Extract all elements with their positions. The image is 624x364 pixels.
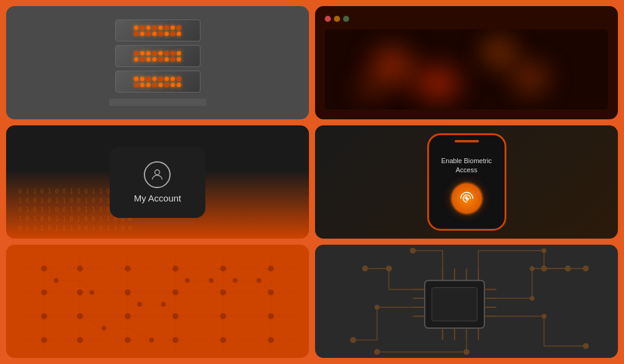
svg-point-74 bbox=[374, 349, 380, 355]
account-icon bbox=[144, 161, 171, 188]
account-card-inner: My Account bbox=[110, 147, 206, 218]
svg-point-41 bbox=[101, 326, 106, 331]
svg-point-78 bbox=[542, 248, 547, 253]
svg-point-72 bbox=[541, 265, 547, 271]
svg-point-66 bbox=[386, 265, 392, 271]
svg-point-67 bbox=[375, 305, 380, 310]
svg-point-13 bbox=[77, 265, 83, 271]
biometric-card: Enable Biometric Access bbox=[315, 125, 618, 239]
svg-point-77 bbox=[542, 314, 547, 319]
browser-bar bbox=[325, 16, 608, 22]
svg-point-17 bbox=[268, 265, 274, 271]
svg-point-31 bbox=[77, 337, 83, 343]
svg-point-76 bbox=[530, 296, 534, 301]
svg-point-22 bbox=[220, 289, 226, 295]
server-unit-1 bbox=[115, 19, 200, 41]
svg-point-18 bbox=[41, 289, 48, 295]
svg-point-75 bbox=[530, 266, 534, 271]
heat-blob-2 bbox=[481, 37, 517, 68]
svg-point-71 bbox=[410, 248, 416, 254]
browser-dot-red bbox=[325, 16, 331, 22]
browser-dot-green bbox=[343, 16, 349, 22]
svg-point-35 bbox=[268, 337, 274, 343]
server-card bbox=[6, 6, 309, 119]
svg-point-28 bbox=[220, 313, 226, 320]
svg-point-64 bbox=[362, 265, 368, 271]
server-rack bbox=[109, 19, 207, 106]
heat-blob-4 bbox=[509, 61, 551, 95]
svg-point-45 bbox=[257, 278, 261, 283]
server-unit-3 bbox=[115, 71, 200, 93]
svg-point-19 bbox=[77, 289, 83, 295]
svg-point-33 bbox=[172, 337, 179, 343]
svg-point-21 bbox=[172, 289, 179, 295]
svg-point-36 bbox=[54, 278, 58, 283]
heatmap-area bbox=[325, 29, 608, 110]
svg-point-65 bbox=[350, 337, 356, 343]
svg-point-1 bbox=[466, 198, 467, 199]
svg-point-37 bbox=[90, 290, 94, 295]
svg-point-40 bbox=[149, 338, 154, 343]
binary-row-5: 0 0 1 1 0 1 0 1 0 0 1 0 1 1 0 0 bbox=[18, 225, 297, 231]
svg-point-15 bbox=[172, 265, 179, 271]
svg-point-68 bbox=[565, 265, 571, 271]
svg-point-26 bbox=[125, 313, 131, 320]
browser-dot-yellow bbox=[334, 16, 340, 22]
svg-point-32 bbox=[125, 337, 131, 343]
svg-point-14 bbox=[125, 265, 131, 271]
svg-point-20 bbox=[125, 289, 131, 295]
svg-point-43 bbox=[209, 278, 214, 283]
fingerprint-button[interactable] bbox=[452, 183, 482, 214]
circuit-orange-card bbox=[6, 245, 309, 358]
svg-point-38 bbox=[137, 302, 142, 307]
svg-point-0 bbox=[155, 170, 160, 175]
account-label: My Account bbox=[134, 193, 182, 203]
circuit-orange-svg bbox=[6, 245, 309, 358]
svg-point-70 bbox=[583, 343, 589, 349]
svg-point-12 bbox=[41, 265, 48, 271]
heatmap-card bbox=[315, 6, 618, 119]
svg-point-16 bbox=[220, 265, 226, 271]
server-unit-2 bbox=[115, 45, 200, 67]
account-card: My Account 0 1 1 0 1 0 0 1 1 0 1 1 0 0 1… bbox=[6, 125, 309, 239]
heat-blob-5 bbox=[353, 77, 384, 102]
svg-rect-47 bbox=[432, 287, 477, 321]
svg-point-42 bbox=[185, 278, 190, 283]
svg-point-27 bbox=[172, 313, 179, 320]
svg-point-30 bbox=[41, 337, 48, 343]
server-base bbox=[109, 99, 207, 106]
svg-point-44 bbox=[233, 278, 238, 283]
circuit-dark-card bbox=[315, 245, 618, 358]
svg-point-73 bbox=[464, 349, 470, 355]
circuit-dark-svg bbox=[315, 245, 618, 358]
biometric-text: Enable Biometric Access bbox=[429, 156, 505, 175]
svg-point-69 bbox=[583, 265, 589, 271]
svg-point-25 bbox=[77, 313, 83, 320]
svg-point-39 bbox=[161, 302, 166, 307]
svg-point-24 bbox=[41, 313, 48, 320]
phone-frame: Enable Biometric Access bbox=[427, 133, 506, 231]
heat-blob-3 bbox=[410, 65, 465, 102]
phone-notch bbox=[455, 140, 479, 142]
svg-point-34 bbox=[220, 337, 226, 343]
svg-point-29 bbox=[268, 313, 274, 320]
svg-point-23 bbox=[268, 289, 274, 295]
